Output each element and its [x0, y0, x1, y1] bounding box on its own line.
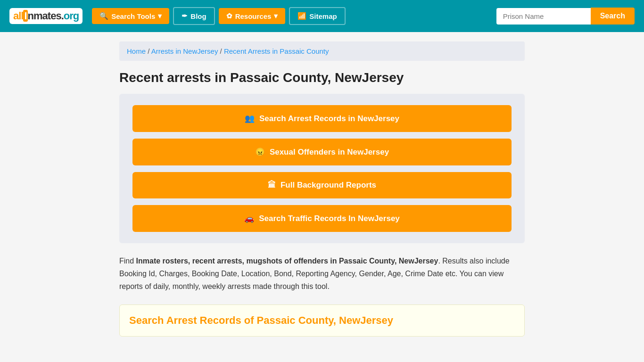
traffic-records-icon: 🚗: [244, 214, 254, 223]
search-tools-icon: 🔍: [99, 12, 108, 20]
arrest-records-label: Search Arrest Records in NewJersey: [259, 114, 399, 123]
sitemap-icon: 📶: [297, 12, 306, 20]
breadcrumb-sep1: /: [148, 47, 151, 55]
main-nav: 🔍 Search Tools ▾ ✒ Blog ✿ Resources ▾ 📶 …: [83, 7, 496, 25]
sitemap-label: Sitemap: [309, 12, 337, 20]
nav-blog[interactable]: ✒ Blog: [173, 7, 215, 25]
page-title: Recent arrests in Passaic County, NewJer…: [119, 70, 525, 85]
action-buttons-container: 👥 Search Arrest Records in NewJersey 😠 S…: [119, 94, 525, 243]
search-tools-label: Search Tools: [111, 12, 155, 20]
breadcrumb-recent-arrests[interactable]: Recent Arrests in Passaic County: [224, 47, 329, 55]
sexual-offenders-icon: 😠: [255, 147, 265, 157]
traffic-records-button[interactable]: 🚗 Search Traffic Records In NewJersey: [132, 205, 512, 232]
logo-all: all: [13, 10, 23, 22]
page-description: Find Inmate rosters, recent arrests, mug…: [119, 255, 525, 293]
logo-nmates: nmates.: [28, 10, 64, 22]
breadcrumb-sep2: /: [220, 47, 224, 55]
logo-area: allInmates.org: [9, 8, 83, 24]
header-search-button[interactable]: Search: [591, 8, 635, 25]
nav-resources[interactable]: ✿ Resources ▾: [219, 8, 286, 24]
main-content: Home / Arrests in NewJersey / Recent Arr…: [110, 32, 534, 346]
resources-label: Resources: [235, 12, 272, 20]
bottom-search-title: Search Arrest Records of Passaic County,…: [129, 314, 515, 327]
search-arrest-records-button[interactable]: 👥 Search Arrest Records in NewJersey: [132, 105, 512, 132]
prison-name-input[interactable]: [496, 8, 591, 25]
background-reports-icon: 🏛: [268, 181, 276, 190]
traffic-records-label: Search Traffic Records In NewJersey: [259, 214, 400, 223]
background-reports-button[interactable]: 🏛 Full Background Reports: [132, 172, 512, 198]
nav-sitemap[interactable]: 📶 Sitemap: [289, 7, 345, 25]
resources-dropdown-icon: ▾: [274, 12, 278, 20]
background-reports-label: Full Background Reports: [281, 181, 376, 190]
bottom-search-box: Search Arrest Records of Passaic County,…: [119, 304, 525, 337]
logo[interactable]: allInmates.org: [9, 8, 83, 24]
header-search-area: Search: [496, 8, 635, 25]
blog-icon: ✒: [182, 12, 188, 20]
breadcrumb-home[interactable]: Home: [127, 47, 146, 55]
description-prefix: Find: [119, 257, 136, 265]
search-tools-dropdown-icon: ▾: [158, 12, 162, 20]
header-search-button-label: Search: [600, 12, 625, 20]
sexual-offenders-button[interactable]: 😠 Sexual Offenders in NewJersey: [132, 139, 512, 165]
breadcrumb-arrests-nj[interactable]: Arrests in NewJersey: [151, 47, 218, 55]
nav-search-tools[interactable]: 🔍 Search Tools ▾: [92, 8, 169, 24]
breadcrumb: Home / Arrests in NewJersey / Recent Arr…: [119, 41, 525, 61]
header: allInmates.org 🔍 Search Tools ▾ ✒ Blog ✿…: [0, 0, 644, 32]
logo-i: I: [23, 10, 27, 22]
arrest-records-icon: 👥: [245, 114, 255, 123]
resources-icon: ✿: [226, 12, 232, 20]
sexual-offenders-label: Sexual Offenders in NewJersey: [270, 148, 389, 157]
description-bold: Inmate rosters, recent arrests, mugshots…: [136, 257, 438, 265]
blog-label: Blog: [190, 12, 206, 20]
logo-org: org: [64, 10, 79, 22]
